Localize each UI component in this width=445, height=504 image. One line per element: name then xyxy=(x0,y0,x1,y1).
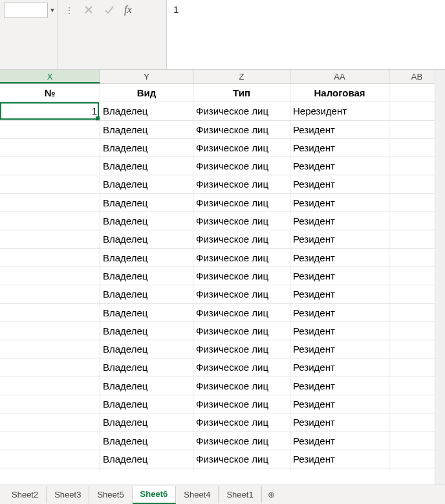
column-header-y[interactable]: Y xyxy=(100,70,193,83)
cell-aa[interactable]: Резидент xyxy=(290,121,389,138)
sheet-tab-sheet2[interactable]: Sheet2 xyxy=(4,487,47,503)
cell-z[interactable]: Физическое лиц xyxy=(193,212,290,230)
cell-y[interactable]: Владелец xyxy=(100,230,193,248)
cell-y[interactable]: Владелец xyxy=(100,157,193,175)
cell-aa[interactable]: Резидент xyxy=(290,249,389,267)
cell-y[interactable]: Владелец xyxy=(100,304,193,322)
cell-z[interactable]: Физическое лиц xyxy=(193,194,290,212)
column-header-x[interactable]: X xyxy=(0,70,100,83)
cell-z[interactable]: Физическое лиц xyxy=(193,102,290,120)
cell-aa[interactable]: Резидент xyxy=(290,139,389,157)
cell-aa[interactable]: Резидент xyxy=(290,230,389,248)
cell-aa[interactable]: Резидент xyxy=(290,468,389,472)
cell-x[interactable] xyxy=(0,249,100,267)
cell-y[interactable]: Владелец xyxy=(100,285,193,303)
cell-x[interactable] xyxy=(0,322,100,340)
cell-x[interactable] xyxy=(0,468,100,472)
cell-z[interactable]: Физическое лиц xyxy=(193,322,290,340)
cell-x[interactable] xyxy=(0,450,100,468)
cell-z[interactable]: Физическое лиц xyxy=(193,450,290,468)
sheet-tab-sheet3[interactable]: Sheet3 xyxy=(47,487,89,503)
cell-y[interactable]: Владелец xyxy=(100,102,193,120)
cell-aa[interactable]: Резидент xyxy=(290,194,389,212)
cell-x[interactable] xyxy=(0,395,100,413)
cell-z[interactable]: Физическое лиц xyxy=(193,249,290,267)
cell-y[interactable]: Владелец xyxy=(100,194,193,212)
new-sheet-button[interactable]: ⊕ xyxy=(262,490,281,499)
cell-z[interactable]: Физическое лиц xyxy=(193,230,290,248)
cell-x[interactable] xyxy=(0,413,100,431)
column-header-aa[interactable]: AA xyxy=(290,70,389,83)
cell-aa[interactable]: Нерезидент xyxy=(290,102,389,120)
cell-y[interactable]: Владелец xyxy=(100,468,193,472)
cell-aa[interactable]: Резидент xyxy=(290,395,389,413)
cell-z[interactable]: Физическое лиц xyxy=(193,121,290,138)
cell-x[interactable] xyxy=(0,212,100,230)
cell-x[interactable] xyxy=(0,340,100,358)
name-box-dropdown[interactable]: ▼ xyxy=(48,3,57,18)
cell-y[interactable]: Владелец xyxy=(100,432,193,450)
cell-aa[interactable]: Резидент xyxy=(290,322,389,340)
cell-aa[interactable]: Резидент xyxy=(290,450,389,468)
cell-y[interactable]: Владелец xyxy=(100,175,193,193)
cell-x[interactable] xyxy=(0,358,100,376)
enter-formula-icon[interactable] xyxy=(103,4,115,16)
cell-x[interactable] xyxy=(0,175,100,193)
cell-x[interactable] xyxy=(0,304,100,322)
cell-x[interactable] xyxy=(0,432,100,450)
cell-aa[interactable]: Резидент xyxy=(290,212,389,230)
cell-aa[interactable]: Резидент xyxy=(290,285,389,303)
cell-z[interactable]: Физическое лиц xyxy=(193,468,290,472)
fx-button[interactable]: fx xyxy=(124,4,132,16)
cell-z[interactable]: Физическое лиц xyxy=(193,395,290,413)
cell-y[interactable]: Владелец xyxy=(100,267,193,285)
cell-z[interactable]: Физическое лиц xyxy=(193,304,290,322)
cell-y[interactable]: Владелец xyxy=(100,139,193,157)
cell-z[interactable]: Физическое лиц xyxy=(193,175,290,193)
header-cell-y[interactable]: Вид xyxy=(100,84,193,102)
cell-aa[interactable]: Резидент xyxy=(290,340,389,358)
cell-y[interactable]: Владелец xyxy=(100,249,193,267)
cell-z[interactable]: Физическое лиц xyxy=(193,139,290,157)
cell-aa[interactable]: Резидент xyxy=(290,377,389,395)
cell-aa[interactable]: Резидент xyxy=(290,304,389,322)
cell-aa[interactable]: Резидент xyxy=(290,432,389,450)
cell-y[interactable]: Владелец xyxy=(100,358,193,376)
cell-x[interactable] xyxy=(0,377,100,395)
cell-y[interactable]: Владелец xyxy=(100,377,193,395)
cell-aa[interactable]: Резидент xyxy=(290,267,389,285)
cell-z[interactable]: Физическое лиц xyxy=(193,413,290,431)
cell-y[interactable]: Владелец xyxy=(100,121,193,138)
cell-aa[interactable]: Резидент xyxy=(290,358,389,376)
cancel-formula-icon[interactable] xyxy=(83,4,94,16)
header-cell-aa[interactable]: Налоговая xyxy=(290,84,389,102)
sheet-tab-sheet1[interactable]: Sheet1 xyxy=(219,487,261,503)
formula-input[interactable]: 1 xyxy=(167,0,445,69)
cell-y[interactable]: Владелец xyxy=(100,212,193,230)
cell-x[interactable] xyxy=(0,121,100,138)
cell-z[interactable]: Физическое лиц xyxy=(193,358,290,376)
header-cell-z[interactable]: Тип xyxy=(193,84,290,102)
cell-y[interactable]: Владелец xyxy=(100,395,193,413)
cell-aa[interactable]: Резидент xyxy=(290,175,389,193)
cell-x[interactable] xyxy=(0,267,100,285)
name-box-input[interactable] xyxy=(4,3,48,18)
cell-aa[interactable]: Резидент xyxy=(290,157,389,175)
cell-z[interactable]: Физическое лиц xyxy=(193,377,290,395)
cell-y[interactable]: Владелец xyxy=(100,413,193,431)
cell-x[interactable] xyxy=(0,285,100,303)
cell-y[interactable]: Владелец xyxy=(100,450,193,468)
sheet-tab-sheet6[interactable]: Sheet6 xyxy=(133,486,177,504)
cell-z[interactable]: Физическое лиц xyxy=(193,157,290,175)
cell-x[interactable] xyxy=(0,157,100,175)
cell-y[interactable]: Владелец xyxy=(100,340,193,358)
cell-z[interactable]: Физическое лиц xyxy=(193,340,290,358)
header-cell-x[interactable]: № xyxy=(0,84,100,102)
cell-aa[interactable]: Резидент xyxy=(290,413,389,431)
cell-x[interactable] xyxy=(0,230,100,248)
formula-bar-menu-icon[interactable]: ⋮ xyxy=(65,4,74,16)
cell-y[interactable]: Владелец xyxy=(100,322,193,340)
cell-x[interactable] xyxy=(0,139,100,157)
sheet-tab-sheet4[interactable]: Sheet4 xyxy=(176,487,219,503)
cell-z[interactable]: Физическое лиц xyxy=(193,285,290,303)
